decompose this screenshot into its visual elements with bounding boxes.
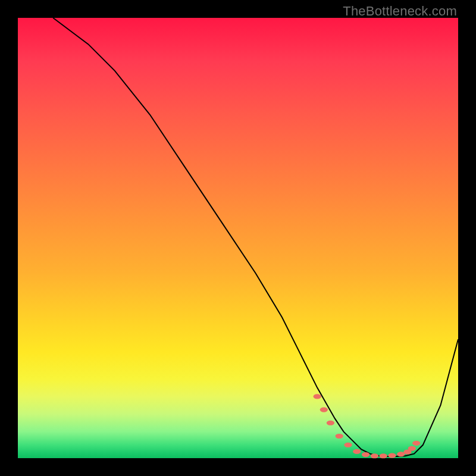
highlight-dot <box>388 453 396 458</box>
highlight-dot <box>344 443 352 447</box>
highlight-dot <box>314 394 321 399</box>
highlight-dot <box>336 434 343 439</box>
highlight-dot <box>353 449 361 454</box>
highlight-dot <box>408 446 416 451</box>
watermark-text: TheBottleneck.com <box>343 4 457 19</box>
highlight-dot <box>412 441 420 446</box>
plot-area <box>18 18 458 458</box>
highlight-dot <box>371 453 378 458</box>
highlight-dot <box>380 453 387 458</box>
curve-svg <box>18 18 458 458</box>
bottleneck-curve <box>53 18 458 456</box>
chart-frame: TheBottleneck.com <box>0 0 476 476</box>
highlight-dot <box>362 452 369 457</box>
highlight-dots-group <box>314 394 421 458</box>
highlight-dot <box>327 421 334 425</box>
highlight-dot <box>320 408 328 412</box>
